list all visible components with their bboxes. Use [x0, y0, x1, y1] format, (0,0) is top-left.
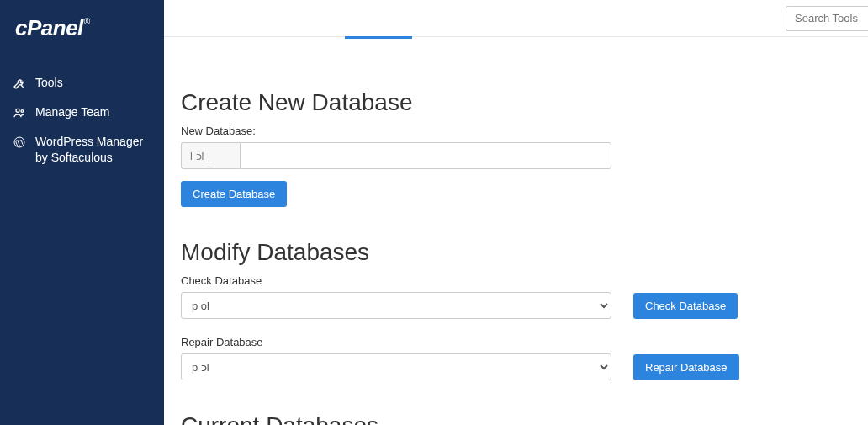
sidebar-item-label: WordPress Manager by Softaculous [35, 134, 152, 166]
new-db-label: New Database: [181, 125, 851, 137]
check-db-label: Check Database [181, 274, 611, 287]
content-area: Create New Database New Database: l ɔl_ … [164, 37, 868, 425]
new-db-input-group: l ɔl_ [181, 142, 611, 169]
repair-db-label: Repair Database [181, 336, 611, 348]
sidebar-item-tools[interactable]: Tools [0, 68, 164, 98]
modify-db-heading: Modify Databases [181, 239, 851, 266]
tools-icon [12, 76, 27, 91]
svg-point-0 [16, 109, 19, 112]
repair-db-select[interactable]: p ɔl [181, 353, 611, 380]
create-database-button[interactable]: Create Database [181, 181, 287, 207]
sidebar-item-manage-team[interactable]: Manage Team [0, 98, 164, 127]
sidebar-nav: Tools Manage Team WordPress Manager by S… [0, 61, 164, 173]
brand-name: cPanel [15, 15, 83, 40]
team-icon [12, 105, 27, 120]
svg-point-1 [21, 110, 24, 113]
check-db-select[interactable]: p ol [181, 292, 611, 319]
active-tab-indicator [345, 36, 412, 39]
new-db-name-input[interactable] [240, 142, 611, 169]
topbar [164, 0, 868, 37]
sidebar-item-label: Manage Team [35, 104, 109, 120]
current-db-heading: Current Databases [181, 412, 851, 425]
sidebar-item-label: Tools [35, 75, 63, 91]
main-content: Create New Database New Database: l ɔl_ … [164, 0, 868, 425]
search-tools-input[interactable] [786, 6, 868, 31]
db-prefix: l ɔl_ [181, 142, 240, 169]
sidebar: cPanel® Tools Manage Team WordPress Mana… [0, 0, 164, 425]
sidebar-item-wordpress-manager[interactable]: WordPress Manager by Softaculous [0, 127, 164, 173]
logo: cPanel® [0, 15, 164, 61]
create-db-heading: Create New Database [181, 89, 851, 116]
repair-database-button[interactable]: Repair Database [633, 354, 739, 380]
wordpress-icon [12, 135, 27, 150]
registered-mark: ® [84, 17, 90, 26]
check-database-button[interactable]: Check Database [633, 293, 738, 319]
